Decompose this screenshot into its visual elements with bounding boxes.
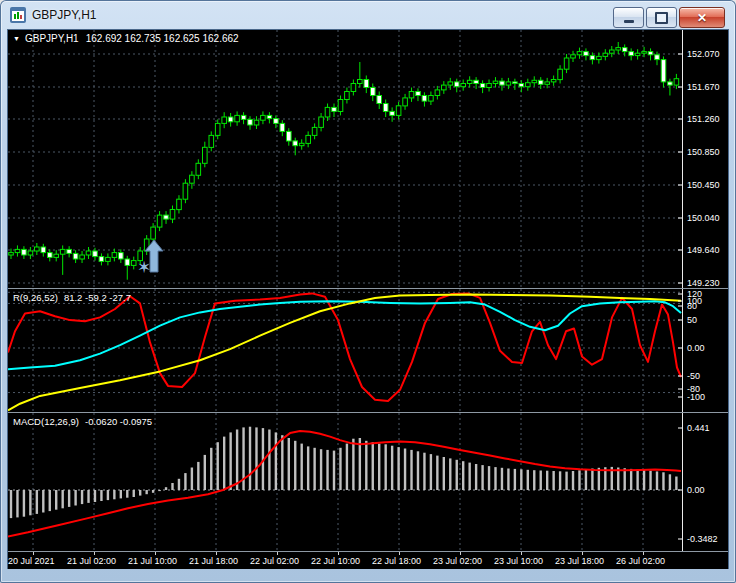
price-axis[interactable]: 152.070151.670151.260150.850150.450150.0… bbox=[682, 30, 729, 288]
bull-candle bbox=[351, 84, 356, 92]
rci-axis[interactable]: 12010080500.00-50-80-100 bbox=[682, 289, 729, 412]
bull-candle bbox=[203, 147, 208, 163]
rci-indicator-pane: R(9,26,52) 81.2 -59.2 -27.7 12010080500.… bbox=[8, 289, 728, 412]
window-titlebar[interactable]: GBPJPY,H1 ✕ bbox=[0, 0, 736, 30]
bull-candle bbox=[577, 52, 582, 55]
main-chart-plot[interactable]: ✶ bbox=[8, 30, 682, 288]
time-tick bbox=[216, 552, 217, 555]
bull-candle bbox=[442, 85, 447, 90]
bull-candle bbox=[325, 107, 330, 117]
bull-candle bbox=[435, 90, 440, 96]
bear-candle bbox=[584, 52, 589, 56]
bull-candle bbox=[358, 80, 363, 84]
macd-axis[interactable]: 0.4410.00-0.3482 bbox=[682, 413, 729, 551]
bear-candle bbox=[287, 131, 292, 141]
bull-candle bbox=[209, 135, 214, 147]
star-icon[interactable]: ✶ bbox=[137, 257, 151, 277]
dropdown-arrow-icon[interactable]: ▼ bbox=[13, 35, 20, 42]
macd-indicator-plot[interactable] bbox=[8, 413, 682, 551]
bull-candle bbox=[235, 115, 240, 121]
time-tick bbox=[582, 552, 583, 555]
close-icon: ✕ bbox=[697, 11, 707, 25]
time-label: 21 Jul 02:00 bbox=[67, 556, 116, 566]
macd-level-label: -0.3482 bbox=[687, 534, 718, 544]
bear-candle bbox=[655, 55, 660, 60]
bull-candle bbox=[564, 58, 569, 69]
bull-candle bbox=[151, 227, 156, 239]
rci-level-label: 0.00 bbox=[687, 343, 705, 353]
bull-candle bbox=[86, 251, 91, 255]
bear-candle bbox=[125, 259, 130, 265]
terminal-chart-window: GBPJPY,H1 ✕ ✶ ▼ GBPJPY,H1 162.692 162.73… bbox=[0, 0, 736, 583]
chart-window-icon bbox=[10, 7, 26, 23]
bull-candle bbox=[131, 261, 136, 266]
time-label: 22 Jul 02:00 bbox=[250, 556, 299, 566]
bear-candle bbox=[422, 96, 427, 102]
window-title: GBPJPY,H1 bbox=[32, 8, 96, 22]
bull-candle bbox=[571, 55, 576, 58]
time-label: 23 Jul 10:00 bbox=[494, 556, 543, 566]
bull-candle bbox=[319, 117, 324, 127]
bear-candle bbox=[67, 249, 72, 253]
bull-candle bbox=[403, 98, 408, 106]
macd-indicator-pane: MACD(12,26,9) -0.0620 -0.0975 0.4410.00-… bbox=[8, 413, 728, 551]
bull-candle bbox=[409, 92, 414, 98]
bull-candle bbox=[54, 254, 59, 257]
bull-candle bbox=[312, 127, 317, 135]
price-label: 149.640 bbox=[687, 245, 720, 255]
rci-pane-header: R(9,26,52) 81.2 -59.2 -27.7 bbox=[13, 292, 131, 303]
bull-candle bbox=[616, 48, 621, 50]
bear-candle bbox=[383, 104, 388, 112]
restore-button[interactable] bbox=[646, 7, 677, 28]
bear-candle bbox=[364, 80, 369, 88]
bull-candle bbox=[603, 53, 608, 56]
bear-candle bbox=[661, 60, 666, 82]
bull-candle bbox=[215, 123, 220, 135]
bull-candle bbox=[80, 255, 85, 259]
chart-client-area: ✶ ▼ GBPJPY,H1 162.692 162.735 162.625 16… bbox=[8, 30, 728, 568]
bear-candle bbox=[474, 80, 479, 83]
macd-level-label: 0.441 bbox=[687, 423, 710, 433]
bull-candle bbox=[177, 199, 182, 209]
bear-candle bbox=[267, 115, 272, 118]
bull-candle bbox=[429, 96, 434, 102]
rci-level-label: 80 bbox=[687, 301, 697, 311]
rci-line-RCI-9 bbox=[8, 293, 681, 401]
bull-candle bbox=[190, 175, 195, 183]
minimize-button[interactable] bbox=[613, 7, 644, 28]
bull-candle bbox=[487, 84, 492, 88]
time-axis[interactable]: 20 Jul 202121 Jul 02:0021 Jul 10:0021 Ju… bbox=[8, 551, 728, 569]
rci-indicator-values: 81.2 -59.2 -27.7 bbox=[64, 292, 131, 303]
symbol-period-label: GBPJPY,H1 bbox=[25, 33, 79, 44]
bull-candle bbox=[558, 69, 563, 79]
bear-candle bbox=[480, 84, 485, 88]
bear-candle bbox=[648, 52, 653, 55]
bull-candle bbox=[396, 106, 401, 116]
bear-candle bbox=[332, 107, 337, 111]
bear-candle bbox=[538, 80, 543, 84]
bull-candle bbox=[551, 80, 556, 82]
bull-candle bbox=[467, 80, 472, 83]
bear-candle bbox=[241, 115, 246, 119]
price-label: 151.260 bbox=[687, 114, 720, 124]
rci-indicator-plot[interactable] bbox=[8, 289, 682, 412]
macd-level-label: 0.00 bbox=[687, 485, 705, 495]
bull-candle bbox=[106, 257, 111, 261]
bear-candle bbox=[377, 96, 382, 104]
bear-candle bbox=[41, 247, 46, 253]
main-pane-header[interactable]: ▼ GBPJPY,H1 162.692 162.735 162.625 162.… bbox=[13, 33, 239, 44]
bull-candle bbox=[60, 249, 65, 254]
price-label: 150.850 bbox=[687, 147, 720, 157]
bull-candle bbox=[635, 53, 640, 55]
time-tick bbox=[94, 552, 95, 555]
close-button[interactable]: ✕ bbox=[679, 7, 725, 28]
bull-candle bbox=[35, 247, 40, 251]
bear-candle bbox=[280, 123, 285, 131]
price-label: 151.670 bbox=[687, 82, 720, 92]
price-label: 152.070 bbox=[687, 49, 720, 59]
bull-candle bbox=[532, 80, 537, 82]
bull-candle bbox=[254, 120, 259, 125]
bear-candle bbox=[519, 84, 524, 87]
minimize-icon bbox=[624, 20, 634, 23]
bear-candle bbox=[513, 82, 518, 84]
